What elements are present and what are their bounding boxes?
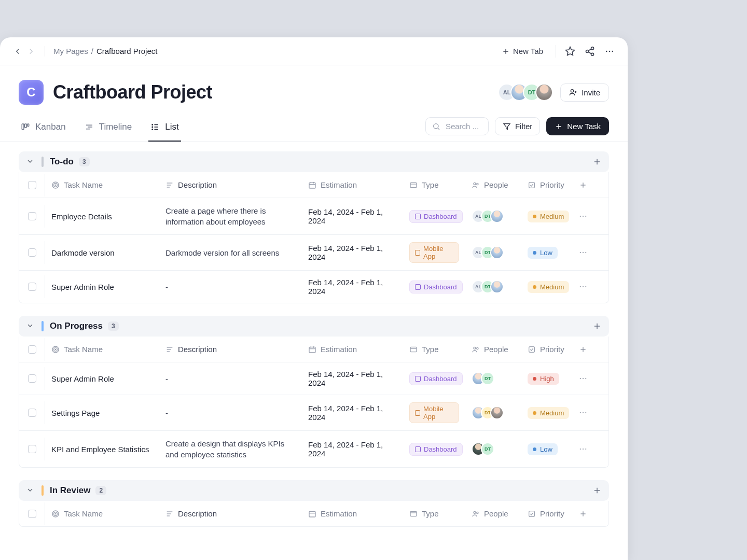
task-type: Dashboard: [403, 436, 465, 463]
row-more-icon[interactable]: [570, 204, 596, 228]
topbar: My Pages / Crafboard Project New Tab: [0, 37, 628, 65]
header-add-column[interactable]: [570, 338, 596, 361]
svg-rect-39: [309, 183, 315, 188]
chevron-down-icon[interactable]: [26, 486, 35, 495]
row-more-icon[interactable]: [570, 437, 596, 461]
header-priority[interactable]: Priority: [521, 502, 570, 525]
search-input[interactable]: [446, 122, 482, 131]
header-priority[interactable]: Priority: [521, 338, 570, 361]
page-header: C Craftboard Project AL DT Invite: [0, 65, 628, 105]
header-people[interactable]: People: [465, 502, 521, 525]
filter-button[interactable]: Filter: [495, 117, 540, 135]
assignee-avatars[interactable]: DT: [472, 372, 494, 385]
task-name: Super Admin Role: [45, 367, 159, 390]
table-row[interactable]: Super Admin Role - Feb 14, 2024 - Feb 1,…: [19, 362, 608, 395]
row-checkbox[interactable]: [19, 367, 45, 390]
chevron-down-icon[interactable]: [26, 321, 35, 331]
svg-point-56: [580, 286, 581, 287]
table-row[interactable]: Super Admin Role - Feb 14, 2024 - Feb 1,…: [19, 270, 608, 303]
svg-point-50: [580, 216, 581, 217]
row-more-icon[interactable]: [570, 275, 596, 299]
header-type[interactable]: Type: [403, 338, 465, 361]
add-task-icon[interactable]: [592, 486, 602, 495]
svg-point-57: [583, 286, 584, 287]
row-checkbox[interactable]: [19, 241, 45, 264]
task-estimation: Feb 14, 2024 - Feb 1, 2024: [302, 236, 403, 269]
assignee-avatars[interactable]: DT: [472, 442, 494, 456]
breadcrumb-root[interactable]: My Pages: [53, 47, 88, 55]
header-taskname[interactable]: Task Name: [45, 502, 159, 525]
header-estimation[interactable]: Estimation: [302, 502, 403, 525]
task-name: KPI and Employee Statistics: [45, 438, 159, 461]
project-logo: C: [19, 80, 44, 105]
header-add-column[interactable]: [570, 174, 596, 197]
tab-timeline[interactable]: Timeline: [82, 118, 134, 142]
nav-back-button[interactable]: [12, 46, 23, 57]
task-name: Super Admin Role: [45, 275, 159, 299]
task-table: Task Name Description Estimation Type Pe…: [19, 337, 609, 468]
chevron-down-icon[interactable]: [26, 157, 35, 166]
header-checkbox[interactable]: [19, 502, 45, 525]
member-avatars[interactable]: AL DT: [498, 83, 553, 101]
table-row[interactable]: Employee Details Create a page where the…: [19, 198, 608, 234]
header-add-column[interactable]: [570, 502, 596, 525]
header-description[interactable]: Description: [159, 337, 302, 362]
svg-point-4: [586, 50, 589, 52]
nav-arrows: [12, 46, 45, 57]
section-header[interactable]: On Progress 3: [19, 316, 609, 337]
row-checkbox[interactable]: [19, 401, 45, 424]
new-tab-label: New Tab: [513, 47, 543, 55]
new-task-label: New Task: [567, 122, 601, 131]
svg-point-82: [583, 412, 584, 413]
header-estimation[interactable]: Estimation: [302, 338, 403, 361]
filter-label: Filter: [515, 122, 532, 131]
add-task-icon[interactable]: [592, 321, 602, 331]
svg-point-55: [585, 252, 586, 253]
header-type[interactable]: Type: [403, 173, 465, 197]
page-title: Craftboard Project: [53, 81, 212, 103]
assignee-avatars[interactable]: ALDT: [472, 280, 504, 293]
search-box[interactable]: [425, 117, 489, 135]
new-task-button[interactable]: New Task: [546, 117, 609, 135]
row-more-icon[interactable]: [570, 401, 596, 425]
priority-tag: High: [528, 373, 559, 385]
add-task-icon[interactable]: [592, 157, 602, 166]
section-header[interactable]: In Review 2: [19, 480, 609, 501]
header-people[interactable]: People: [465, 173, 521, 197]
tab-kanban[interactable]: Kanban: [19, 118, 68, 142]
header-taskname[interactable]: Task Name: [45, 338, 159, 361]
section-header[interactable]: To-do 3: [19, 151, 609, 172]
header-priority[interactable]: Priority: [521, 173, 570, 197]
task-people: ALDT: [465, 273, 521, 301]
assignee-avatars[interactable]: ALDT: [472, 209, 504, 223]
assignee-avatars[interactable]: ALDT: [472, 246, 504, 259]
table-row[interactable]: KPI and Employee Statistics Create a des…: [19, 430, 608, 467]
svg-rect-47: [529, 182, 535, 188]
svg-rect-95: [309, 511, 315, 517]
header-type[interactable]: Type: [403, 502, 465, 525]
table-row[interactable]: Settings Page - Feb 14, 2024 - Feb 1, 20…: [19, 395, 608, 430]
nav-forward-button[interactable]: [26, 46, 36, 57]
row-checkbox[interactable]: [19, 438, 45, 460]
row-checkbox[interactable]: [19, 205, 45, 228]
header-description[interactable]: Description: [159, 501, 302, 526]
section-stripe: [42, 485, 44, 496]
header-checkbox[interactable]: [19, 338, 45, 361]
svg-rect-16: [27, 124, 29, 127]
header-taskname[interactable]: Task Name: [45, 173, 159, 197]
tab-list[interactable]: List: [148, 118, 181, 142]
more-icon[interactable]: [604, 46, 615, 57]
share-icon[interactable]: [584, 46, 596, 57]
table-row[interactable]: Darkmode version Darkmode version for al…: [19, 234, 608, 270]
row-more-icon[interactable]: [570, 241, 596, 264]
header-description[interactable]: Description: [159, 172, 302, 198]
row-more-icon[interactable]: [570, 367, 596, 390]
invite-button[interactable]: Invite: [560, 83, 609, 102]
assignee-avatars[interactable]: DT: [472, 406, 504, 419]
row-checkbox[interactable]: [19, 275, 45, 298]
header-checkbox[interactable]: [19, 174, 45, 197]
star-icon[interactable]: [564, 46, 576, 57]
header-estimation[interactable]: Estimation: [302, 173, 403, 197]
header-people[interactable]: People: [465, 338, 521, 361]
new-tab-button[interactable]: New Tab: [497, 44, 547, 59]
